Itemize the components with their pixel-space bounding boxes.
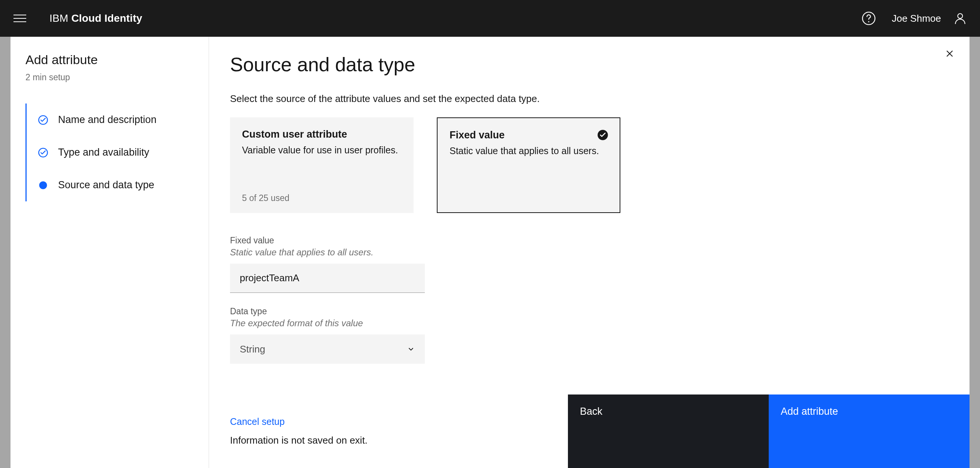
step-label: Name and description xyxy=(58,114,157,126)
step-label: Source and data type xyxy=(58,179,154,191)
username: Joe Shmoe xyxy=(892,13,941,24)
svg-point-1 xyxy=(869,21,870,22)
step-source-data-type[interactable]: Source and data type xyxy=(38,169,194,201)
field-fixed-value: Fixed value Static value that applies to… xyxy=(230,235,948,293)
step-name-description[interactable]: Name and description xyxy=(38,104,194,136)
brand: IBM Cloud Identity xyxy=(49,12,142,24)
selected-check-icon xyxy=(597,129,608,141)
tile-fixed-value[interactable]: Fixed value Static value that applies to… xyxy=(437,117,620,213)
cancel-setup-link[interactable]: Cancel setup xyxy=(230,416,568,427)
check-circle-icon xyxy=(38,147,48,158)
data-type-select[interactable]: String xyxy=(230,334,425,364)
page-lead: Select the source of the attribute value… xyxy=(230,93,948,105)
current-step-icon xyxy=(38,180,48,190)
brand-suffix: Cloud Identity xyxy=(71,12,142,24)
svg-point-2 xyxy=(958,13,963,18)
user-icon[interactable] xyxy=(954,12,967,25)
wizard-footer: Cancel setup Information is not saved on… xyxy=(209,395,969,468)
tile-custom-user-attribute[interactable]: Custom user attribute Variable value for… xyxy=(230,117,414,213)
select-value: String xyxy=(240,343,265,355)
help-icon[interactable] xyxy=(862,11,876,26)
top-bar: IBM Cloud Identity Joe Shmoe xyxy=(0,0,980,37)
chevron-down-icon xyxy=(407,345,415,353)
page-heading: Source and data type xyxy=(230,53,948,76)
wizard-main: Source and data type Select the source o… xyxy=(209,37,969,468)
check-circle-icon xyxy=(38,115,48,125)
tile-desc: Static value that applies to all users. xyxy=(450,145,608,157)
step-label: Type and availability xyxy=(58,147,149,158)
tile-title: Fixed value xyxy=(450,129,608,141)
field-label: Data type xyxy=(230,307,948,316)
brand-prefix: IBM xyxy=(49,12,68,24)
page-backdrop: Add attribute 2 min setup Name and descr… xyxy=(0,37,980,468)
wizard-title: Add attribute xyxy=(25,53,194,67)
svg-point-5 xyxy=(39,181,47,189)
back-button-label: Back xyxy=(580,406,602,417)
add-attribute-button[interactable]: Add attribute xyxy=(769,395,969,468)
wizard-steps: Name and description Type and availabili… xyxy=(25,104,194,201)
wizard-modal: Add attribute 2 min setup Name and descr… xyxy=(11,37,969,468)
field-label: Fixed value xyxy=(230,235,948,246)
exit-warning: Information is not saved on exit. xyxy=(230,434,568,446)
add-attribute-button-label: Add attribute xyxy=(781,406,838,417)
fixed-value-input[interactable] xyxy=(230,264,425,293)
tile-title: Custom user attribute xyxy=(242,129,402,140)
tile-desc: Variable value for use in user profiles. xyxy=(242,144,402,157)
tile-footnote: 5 of 25 used xyxy=(242,193,290,203)
field-desc: The expected format of this value xyxy=(230,318,948,329)
wizard-subtitle: 2 min setup xyxy=(25,72,194,83)
back-button[interactable]: Back xyxy=(568,395,769,468)
close-icon[interactable] xyxy=(945,49,955,59)
source-tiles: Custom user attribute Variable value for… xyxy=(230,117,948,213)
field-data-type: Data type The expected format of this va… xyxy=(230,307,948,364)
field-desc: Static value that applies to all users. xyxy=(230,247,948,258)
wizard-progress-panel: Add attribute 2 min setup Name and descr… xyxy=(11,37,209,468)
menu-icon[interactable] xyxy=(13,12,27,25)
step-type-availability[interactable]: Type and availability xyxy=(38,136,194,169)
